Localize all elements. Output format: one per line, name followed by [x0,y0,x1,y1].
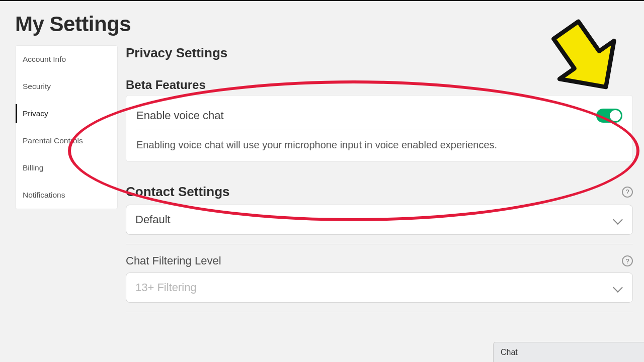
sidebar-item-label: Parental Controls [23,136,83,145]
sidebar-item-parental-controls[interactable]: Parental Controls [16,127,117,154]
sidebar-item-notifications[interactable]: Notifications [16,182,117,209]
chevron-down-icon [613,215,623,225]
sidebar-item-account-info[interactable]: Account Info [16,46,117,73]
select-value: Default [135,213,171,226]
select-placeholder: 13+ Filtering [135,281,197,294]
sidebar-item-label: Account Info [23,55,66,63]
contact-settings-heading: Contact Settings [126,184,230,200]
sidebar-item-security[interactable]: Security [16,73,117,100]
chevron-down-icon [613,283,623,293]
chat-dock[interactable]: Chat [493,342,644,362]
beta-features-heading: Beta Features [126,65,633,95]
divider [126,312,633,312]
page-title: My Settings [0,1,644,45]
voice-chat-toggle[interactable] [596,109,622,123]
sidebar-item-billing[interactable]: Billing [16,154,117,182]
voice-chat-label: Enable voice chat [136,109,224,122]
settings-main: Privacy Settings Beta Features Enable vo… [126,45,633,312]
sidebar-item-privacy[interactable]: Privacy [16,100,117,127]
help-icon[interactable]: ? [622,187,633,198]
chat-dock-label: Chat [501,348,518,357]
sidebar-item-label: Billing [23,163,43,172]
sidebar-item-label: Privacy [23,109,48,118]
beta-features-card: Enable voice chat Enabling voice chat wi… [126,95,633,162]
sidebar-item-label: Notifications [23,191,65,199]
contact-settings-select[interactable]: Default [126,205,633,235]
settings-sidebar: Account Info Security Privacy Parental C… [15,45,118,209]
help-icon[interactable]: ? [622,255,633,266]
chat-filtering-select[interactable]: 13+ Filtering [126,273,633,303]
sidebar-item-label: Security [23,82,51,90]
privacy-settings-heading: Privacy Settings [126,45,633,65]
chat-filtering-label: Chat Filtering Level [126,254,221,267]
voice-chat-description: Enabling voice chat will use your microp… [136,137,622,152]
voice-chat-row: Enable voice chat [136,103,622,129]
divider [136,130,622,130]
toggle-knob [610,110,621,121]
